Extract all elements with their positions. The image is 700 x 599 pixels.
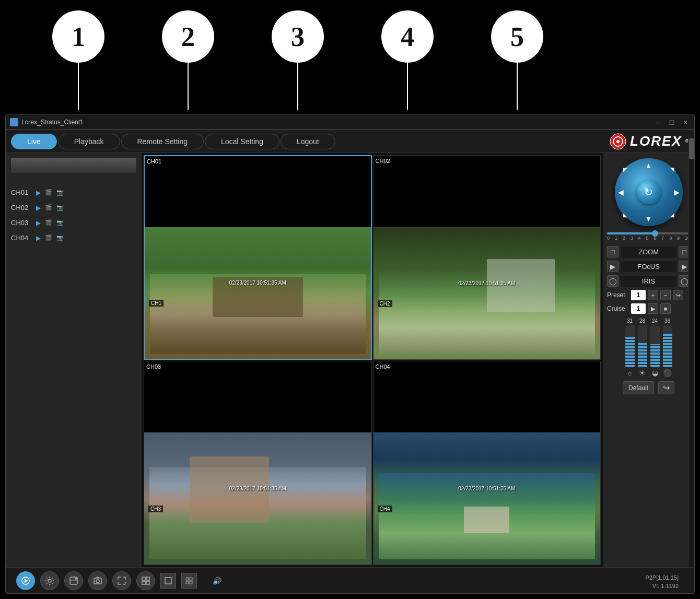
live-play-button[interactable]	[16, 571, 35, 590]
zoom-minus-button[interactable]: □	[607, 246, 619, 257]
slider-36-track[interactable]	[663, 325, 672, 367]
fullscreen-button[interactable]	[112, 571, 131, 590]
ptz-upleft-button[interactable]: ◤	[623, 167, 627, 172]
preset-goto-button[interactable]: ↪	[673, 290, 683, 300]
channel-item-ch04: CH04 ▶ 🎬 📷	[11, 234, 136, 242]
camera-cell-ch03[interactable]: CH03 02/23/2017 10:51:35 AM CH3	[144, 361, 372, 566]
slider-24-track[interactable]	[650, 325, 660, 367]
ptz-downleft-button[interactable]: ◣	[623, 212, 627, 218]
snapshot-button[interactable]	[88, 571, 107, 590]
svg-rect-14	[165, 578, 171, 584]
focus-minus-button[interactable]: ▶	[607, 261, 619, 272]
tab-playback[interactable]: Playback	[58, 134, 120, 149]
ch03-play-icon[interactable]: ▶	[36, 219, 41, 227]
title-bar: Lorex_Stratus_Client1 – □ ×	[6, 114, 694, 130]
slider-28-fill	[638, 342, 647, 367]
ptz-center-button[interactable]: ↻	[637, 180, 661, 204]
layout-button[interactable]	[136, 571, 155, 590]
quad-view-button[interactable]	[181, 573, 197, 589]
bottom-toolbar: 🔊 P2P[1.01.15] V1.1.1192	[6, 567, 694, 593]
ch02-video-icon[interactable]: 🎬	[45, 204, 52, 211]
single-view-button[interactable]	[160, 573, 176, 589]
camera-ch03-badge: CH3	[148, 506, 163, 512]
record-button[interactable]	[64, 571, 83, 590]
ch01-play-icon[interactable]: ▶	[36, 189, 41, 196]
cruise-label: Cruise	[607, 305, 629, 312]
bubble-line-5	[517, 63, 518, 110]
iris-minus-button[interactable]: ◯	[607, 275, 619, 287]
camera-cell-ch02[interactable]: CH02 02/23/2017 10:51:35 AM CH2	[373, 155, 601, 360]
channel-label-ch01: CH01	[11, 189, 32, 196]
svg-rect-18	[190, 581, 192, 584]
ch04-camera-icon[interactable]: 📷	[56, 234, 64, 241]
svg-point-2	[616, 140, 620, 143]
slider-24-label: 24	[652, 318, 658, 324]
cruise-play-button[interactable]: ▶	[648, 303, 658, 314]
zoom-label: ZOOM	[621, 246, 676, 257]
ch01-camera-icon[interactable]: 📷	[56, 189, 64, 196]
tab-logout[interactable]: Logout	[281, 134, 335, 149]
camera-feed-ch02	[374, 227, 601, 359]
slider-col-31: 31 ☼	[625, 318, 635, 377]
ptz-left-button[interactable]: ◀	[618, 188, 624, 196]
bubble-3: 3	[272, 10, 324, 63]
channel-item-ch03: CH03 ▶ 🎬 📷	[11, 219, 136, 227]
slider-28-track[interactable]	[638, 325, 647, 367]
slider-36-label: 36	[664, 318, 670, 324]
scrollbar-thumb[interactable]	[689, 138, 694, 159]
cruise-value-input[interactable]	[631, 303, 646, 314]
fullscreen-icon	[117, 576, 126, 585]
ch02-play-icon[interactable]: ▶	[36, 204, 41, 212]
bubble-line-4	[407, 63, 408, 110]
channel-item-ch02: CH02 ▶ 🎬 📷	[11, 204, 136, 212]
preset-remove-button[interactable]: −	[660, 290, 671, 300]
ptz-up-button[interactable]: ▲	[645, 161, 652, 170]
settings-button[interactable]	[40, 571, 59, 590]
slider-31-fill	[625, 336, 635, 367]
ptz-down-button[interactable]: ▼	[645, 215, 652, 223]
speed-thumb[interactable]	[652, 230, 658, 237]
ch03-camera-icon[interactable]: 📷	[56, 219, 64, 226]
tab-local-setting[interactable]: Local Setting	[205, 134, 279, 149]
color-icon: ⚫	[663, 369, 672, 377]
preset-add-button[interactable]: +	[648, 290, 658, 300]
camera-ch03-label: CH03	[146, 363, 161, 370]
focus-control-row: ▶ FOcUS ▶	[607, 261, 690, 272]
slider-31-track[interactable]	[625, 325, 635, 367]
ch03-video-icon[interactable]: 🎬	[45, 219, 52, 226]
camera-ch01-timestamp: 02/23/2017 10:51:35 AM	[229, 280, 286, 286]
camera-ch01-label: CH01	[147, 158, 161, 165]
ch01-video-icon[interactable]: 🎬	[45, 189, 52, 196]
slider-col-28: 28 ☀	[638, 318, 647, 377]
default-button[interactable]: Default	[623, 381, 654, 394]
slider-28-label: 28	[639, 318, 645, 324]
svg-point-7	[75, 578, 77, 580]
ch04-video-icon[interactable]: 🎬	[45, 234, 52, 241]
svg-rect-10	[142, 577, 145, 580]
camera-cell-ch01[interactable]: CH01 02/23/2017 10:51:35 AM CH1	[144, 155, 372, 360]
maximize-button[interactable]: □	[667, 118, 676, 127]
ch04-play-icon[interactable]: ▶	[36, 234, 41, 242]
apply-button[interactable]: ↪	[658, 381, 674, 394]
camera-ch04-timestamp: 02/23/2017 10:51:35 AM	[458, 486, 515, 491]
quad-view-icon	[185, 577, 193, 584]
ptz-downright-button[interactable]: ◢	[670, 212, 674, 218]
ptz-right-button[interactable]: ▶	[674, 188, 680, 196]
zoom-control-row: □ ZOOM □	[607, 246, 690, 257]
close-button[interactable]: ×	[681, 118, 690, 127]
camera-cell-ch04[interactable]: CH04 02/23/2017 10:51:35 AM CH4	[373, 361, 601, 566]
cruise-stop-button[interactable]: ■	[660, 303, 671, 314]
ch02-camera-icon[interactable]: 📷	[56, 204, 64, 211]
ptz-upright-button[interactable]: ◥	[670, 167, 674, 172]
svg-rect-15	[186, 578, 189, 580]
tab-live[interactable]: Live	[11, 134, 57, 149]
preset-row: Preset + − ↪	[607, 290, 690, 300]
channel-label-ch02: CH02	[11, 204, 32, 212]
tab-remote-setting[interactable]: Remote Setting	[121, 134, 204, 149]
play-icon	[21, 577, 30, 585]
minimize-button[interactable]: –	[654, 118, 663, 127]
volume-icon[interactable]: 🔊	[213, 577, 221, 585]
preset-value-input[interactable]	[631, 290, 646, 300]
version-info: P2P[1.01.15] V1.1.1192	[645, 574, 679, 590]
scrollbar[interactable]	[688, 137, 694, 567]
